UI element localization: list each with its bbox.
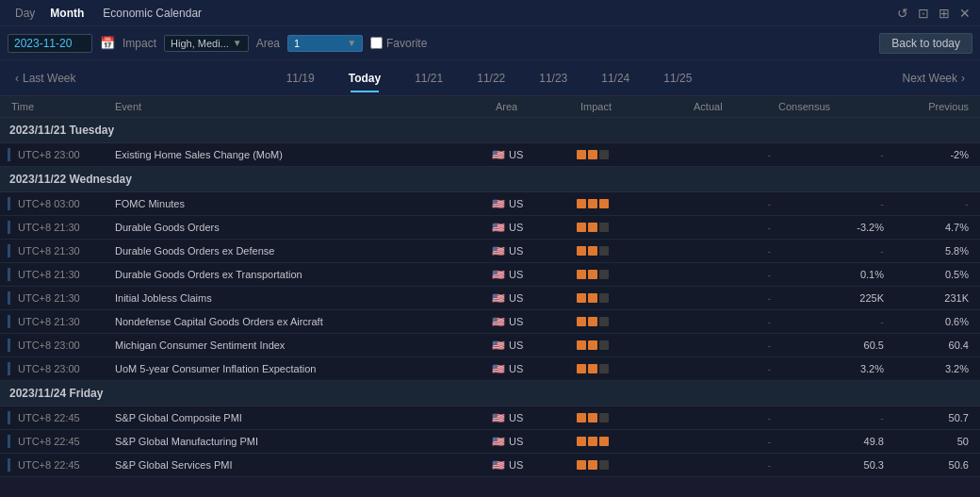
- impact-bar: [599, 317, 609, 326]
- table-row[interactable]: UTC+8 23:00Existing Home Sales Change (M…: [0, 143, 980, 167]
- row-indicator: [8, 339, 10, 352]
- area-cell: 🇺🇸US: [492, 222, 577, 234]
- page-title: Economic Calendar: [103, 7, 202, 20]
- table-row[interactable]: UTC+8 23:00UoM 5-year Consumer Inflation…: [0, 357, 980, 381]
- previous-value: -: [888, 198, 972, 209]
- left-arrow-icon: ‹: [15, 72, 19, 85]
- table-row[interactable]: UTC+8 21:30Durable Goods Orders ex Defen…: [0, 240, 980, 263]
- table-row[interactable]: UTC+8 22:45S&P Global Services PMI🇺🇸US-5…: [0, 454, 980, 477]
- table-row[interactable]: UTC+8 21:30Durable Goods Orders ex Trans…: [0, 263, 980, 287]
- flag-icon: 🇺🇸: [492, 149, 505, 161]
- tab-date-1123[interactable]: 11/23: [522, 64, 584, 92]
- country-code: US: [509, 222, 523, 233]
- expand-icon[interactable]: ⊞: [937, 4, 952, 23]
- area-dropdown-arrow: ▼: [347, 38, 356, 48]
- table-row[interactable]: UTC+8 21:30Initial Jobless Claims🇺🇸US-22…: [0, 287, 980, 310]
- event-name: FOMC Minutes: [111, 198, 492, 209]
- back-today-button[interactable]: Back to today: [879, 33, 972, 54]
- impact-bar: [588, 340, 597, 350]
- table-row[interactable]: UTC+8 22:45S&P Global Manufacturing PMI🇺…: [0, 430, 980, 454]
- right-arrow-icon: ›: [961, 72, 965, 85]
- section-header-0: 2023/11/21 Tuesday: [0, 118, 980, 143]
- flag-icon: 🇺🇸: [492, 436, 505, 448]
- country-code: US: [509, 198, 523, 209]
- flag-icon: 🇺🇸: [492, 340, 505, 352]
- row-indicator: [8, 458, 10, 472]
- consensus-value: -: [775, 412, 888, 423]
- refresh-icon[interactable]: ↺: [895, 4, 910, 23]
- previous-value: 50.7: [888, 412, 972, 423]
- impact-bar: [577, 437, 586, 446]
- time-cell: UTC+8 22:45: [8, 411, 111, 424]
- area-dropdown[interactable]: 1 ▼: [287, 35, 363, 52]
- time-cell: UTC+8 21:30: [8, 221, 111, 234]
- country-code: US: [509, 316, 523, 327]
- table-row[interactable]: UTC+8 23:00Michigan Consumer Sentiment I…: [0, 334, 980, 357]
- row-indicator: [8, 148, 10, 161]
- impact-bar: [588, 270, 597, 279]
- impact-bars: [577, 437, 690, 446]
- top-bar: Day Month Economic Calendar ↺ ⊡ ⊞ ✕: [0, 0, 980, 26]
- previous-value: 0.5%: [888, 269, 972, 280]
- row-indicator: [8, 362, 10, 375]
- calendar-icon[interactable]: 📅: [100, 36, 115, 50]
- impact-bars: [577, 293, 690, 303]
- previous-value: 3.2%: [888, 363, 972, 374]
- previous-value: 231K: [888, 292, 972, 304]
- time-cell: UTC+8 03:00: [8, 197, 111, 210]
- flag-icon: 🇺🇸: [492, 412, 505, 424]
- table-row[interactable]: UTC+8 03:00FOMC Minutes🇺🇸US---: [0, 192, 980, 216]
- impact-bar: [599, 293, 609, 303]
- flag-icon: 🇺🇸: [492, 198, 505, 210]
- impact-dropdown[interactable]: High, Medi... ▼: [164, 35, 249, 52]
- actual-value: -: [690, 269, 775, 280]
- filter-bar: 📅 Impact High, Medi... ▼ Area 1 ▼ Favori…: [0, 26, 980, 60]
- tab-date-1121[interactable]: 11/21: [398, 64, 460, 92]
- impact-bars: [577, 460, 690, 470]
- impact-bar: [588, 364, 597, 373]
- table-row[interactable]: UTC+8 21:30Durable Goods Orders🇺🇸US--3.2…: [0, 216, 980, 240]
- time-cell: UTC+8 22:45: [8, 458, 111, 472]
- consensus-value: -: [775, 316, 888, 327]
- impact-bar: [599, 340, 609, 350]
- last-week-button[interactable]: ‹ Last Week: [8, 68, 83, 89]
- last-week-label: Last Week: [23, 72, 75, 85]
- table-container: 2023/11/21 TuesdayUTC+8 23:00Existing Ho…: [0, 118, 980, 490]
- tab-date-1125[interactable]: 11/25: [646, 64, 709, 92]
- favorite-checkbox[interactable]: Favorite: [370, 37, 427, 50]
- table-row[interactable]: UTC+8 22:45S&P Global Composite PMI🇺🇸US-…: [0, 406, 980, 430]
- impact-bar: [588, 437, 597, 446]
- previous-value: -2%: [888, 149, 972, 160]
- header-previous: Previous: [888, 101, 972, 112]
- impact-bars: [577, 270, 690, 279]
- tab-date-1124[interactable]: 11/24: [584, 64, 646, 92]
- next-week-button[interactable]: Next Week ›: [895, 68, 972, 89]
- consensus-value: 60.5: [775, 340, 888, 351]
- tab-today[interactable]: Today: [332, 64, 398, 92]
- area-cell: 🇺🇸US: [492, 363, 577, 375]
- impact-bar: [577, 150, 586, 159]
- impact-bars: [577, 340, 690, 350]
- actual-value: -: [690, 222, 775, 233]
- consensus-value: -: [775, 149, 888, 160]
- favorite-input[interactable]: [370, 37, 383, 49]
- table-row[interactable]: UTC+8 21:30Nondefense Capital Goods Orde…: [0, 310, 980, 334]
- event-name: S&P Global Composite PMI: [111, 412, 492, 423]
- consensus-value: -: [775, 245, 888, 257]
- impact-bars: [577, 317, 690, 326]
- section-header-1: 2023/11/22 Wednesday: [0, 167, 980, 192]
- close-icon[interactable]: ✕: [957, 4, 972, 23]
- previous-value: 0.6%: [888, 316, 972, 327]
- impact-bar: [599, 437, 609, 446]
- layout-icon[interactable]: ⊡: [916, 4, 931, 23]
- area-cell: 🇺🇸US: [492, 412, 577, 424]
- date-input[interactable]: [8, 34, 92, 53]
- tab-month[interactable]: Month: [42, 3, 91, 24]
- time-cell: UTC+8 23:00: [8, 148, 111, 161]
- consensus-value: 225K: [775, 292, 888, 304]
- tab-day[interactable]: Day: [8, 3, 42, 24]
- tab-date-1122[interactable]: 11/22: [460, 64, 522, 92]
- nav-bar: ‹ Last Week 11/19 Today 11/21 11/22 11/2…: [0, 60, 980, 96]
- date-tabs: 11/19 Today 11/21 11/22 11/23 11/24 11/2…: [83, 64, 894, 92]
- tab-date-1119[interactable]: 11/19: [270, 64, 332, 92]
